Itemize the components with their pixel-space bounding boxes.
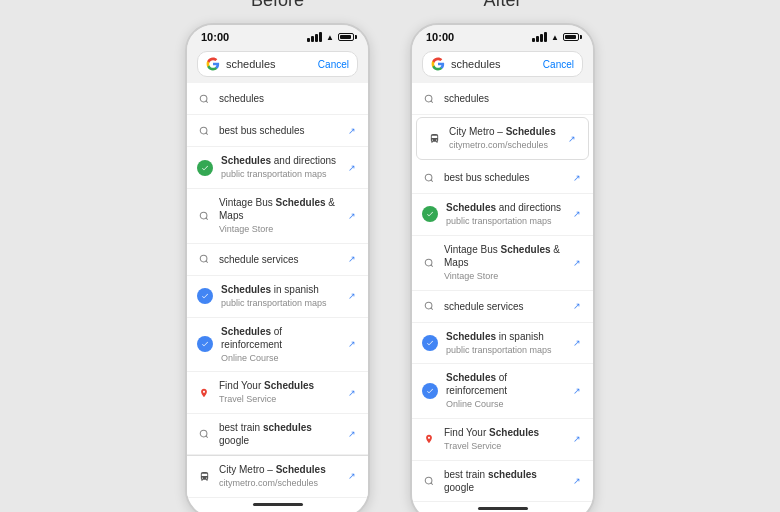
list-item[interactable]: Vintage Bus Schedules & Maps Vintage Sto…	[187, 189, 368, 244]
result-label: Schedules in spanish public transportati…	[221, 283, 338, 310]
check-icon	[422, 383, 438, 399]
arrow-icon: ↗	[346, 162, 358, 174]
list-item[interactable]: Schedules of reinforcement Online Course…	[187, 318, 368, 373]
arrow-icon: ↗	[571, 385, 583, 397]
svg-point-16	[425, 302, 432, 309]
svg-line-13	[431, 180, 433, 182]
svg-point-2	[200, 127, 207, 134]
arrow-icon: ↗	[346, 125, 358, 137]
result-label: best train schedules google	[444, 468, 563, 494]
search-icon	[422, 92, 436, 106]
home-indicator	[187, 498, 368, 512]
before-status-icons: ▲	[307, 32, 354, 42]
arrow-icon: ↗	[571, 300, 583, 312]
battery-icon	[338, 33, 354, 41]
before-search-input[interactable]: schedules	[226, 58, 306, 70]
svg-line-1	[206, 101, 208, 103]
list-item[interactable]: schedules	[412, 83, 593, 115]
after-results-list: schedules City Metro – Schedules citymet…	[412, 83, 593, 501]
before-status-bar: 10:00 ▲	[187, 25, 368, 47]
svg-point-10	[425, 95, 432, 102]
arrow-icon: ↗	[571, 208, 583, 220]
svg-line-3	[206, 133, 208, 135]
list-item-highlighted[interactable]: City Metro – Schedules citymetro.com/sch…	[416, 117, 589, 160]
bus-icon	[197, 469, 211, 483]
list-item[interactable]: best train schedules google ↗	[412, 461, 593, 502]
list-item[interactable]: Schedules of reinforcement Online Course…	[412, 364, 593, 419]
result-label: Schedules in spanish public transportati…	[446, 330, 563, 357]
list-item[interactable]: Schedules and directions public transpor…	[412, 194, 593, 236]
list-item[interactable]: Schedules and directions public transpor…	[187, 147, 368, 189]
result-label: Find Your Schedules Travel Service	[219, 379, 338, 406]
after-column: After 10:00 ▲	[410, 0, 595, 512]
list-item[interactable]: Vintage Bus Schedules & Maps Vintage Sto…	[412, 236, 593, 291]
svg-point-12	[425, 174, 432, 181]
after-status-bar: 10:00 ▲	[412, 25, 593, 47]
bus-icon	[427, 132, 441, 146]
result-label: Find Your Schedules Travel Service	[444, 426, 563, 453]
search-icon	[197, 209, 211, 223]
list-item[interactable]: Find Your Schedules Travel Service ↗	[412, 419, 593, 461]
after-cancel-btn[interactable]: Cancel	[543, 59, 574, 70]
arrow-icon: ↗	[571, 475, 583, 487]
google-icon	[206, 57, 220, 71]
google-icon	[431, 57, 445, 71]
list-item[interactable]: best bus schedules ↗	[187, 115, 368, 147]
signal-icon	[307, 32, 322, 42]
svg-line-19	[431, 483, 433, 485]
search-icon	[197, 124, 211, 138]
before-cancel-btn[interactable]: Cancel	[318, 59, 349, 70]
arrow-icon: ↗	[571, 172, 583, 184]
before-results-list: schedules best bus schedules ↗	[187, 83, 368, 497]
search-icon	[422, 474, 436, 488]
result-label: schedules	[444, 92, 583, 105]
arrow-icon: ↗	[346, 470, 358, 482]
check-icon	[422, 335, 438, 351]
after-search-bar[interactable]: schedules Cancel	[422, 51, 583, 77]
arrow-icon: ↗	[571, 257, 583, 269]
arrow-icon: ↗	[346, 210, 358, 222]
arrow-icon: ↗	[346, 253, 358, 265]
result-label: best bus schedules	[444, 171, 563, 184]
list-item[interactable]: Schedules in spanish public transportati…	[187, 276, 368, 318]
list-item[interactable]: best train schedules google ↗	[187, 414, 368, 455]
after-time: 10:00	[426, 31, 454, 43]
result-label: Schedules of reinforcement Online Course	[221, 325, 338, 365]
list-item-highlighted[interactable]: City Metro – Schedules citymetro.com/sch…	[187, 455, 368, 498]
before-label: Before	[251, 0, 304, 11]
after-status-icons: ▲	[532, 32, 579, 42]
battery-icon	[563, 33, 579, 41]
pin-icon	[197, 386, 211, 400]
search-icon	[422, 299, 436, 313]
result-label: best bus schedules	[219, 124, 338, 137]
before-time: 10:00	[201, 31, 229, 43]
after-phone: 10:00 ▲	[410, 23, 595, 512]
before-phone: 10:00 ▲	[185, 23, 370, 512]
list-item[interactable]: best bus schedules ↗	[412, 162, 593, 194]
before-search-bar[interactable]: schedules Cancel	[197, 51, 358, 77]
result-label: City Metro – Schedules citymetro.com/sch…	[449, 125, 558, 152]
list-item[interactable]: Schedules in spanish public transportati…	[412, 323, 593, 365]
result-label: schedules	[219, 92, 358, 105]
list-item[interactable]: schedule services ↗	[412, 291, 593, 323]
wifi-icon: ▲	[551, 33, 559, 42]
list-item[interactable]: schedules	[187, 83, 368, 115]
before-search-area: schedules Cancel	[187, 47, 368, 83]
list-item[interactable]: Find Your Schedules Travel Service ↗	[187, 372, 368, 414]
result-label: Schedules and directions public transpor…	[221, 154, 338, 181]
result-label: Vintage Bus Schedules & Maps Vintage Sto…	[444, 243, 563, 283]
comparison-wrapper: Before 10:00 ▲	[185, 0, 595, 512]
svg-point-4	[200, 212, 207, 219]
check-icon	[197, 288, 213, 304]
svg-line-17	[431, 308, 433, 310]
home-indicator	[412, 502, 593, 512]
after-label: After	[483, 0, 521, 11]
after-search-input[interactable]: schedules	[451, 58, 531, 70]
check-icon	[422, 206, 438, 222]
search-icon	[422, 171, 436, 185]
arrow-icon: ↗	[346, 387, 358, 399]
list-item[interactable]: schedule services ↗	[187, 244, 368, 276]
result-label: City Metro – Schedules citymetro.com/sch…	[219, 463, 338, 490]
result-label: schedule services	[219, 253, 338, 266]
svg-line-7	[206, 261, 208, 263]
